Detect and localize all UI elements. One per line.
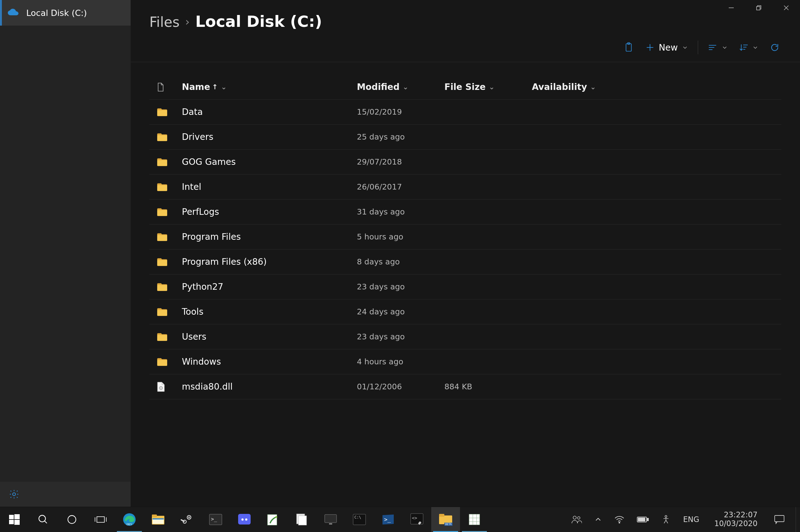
taskbar-app-edge[interactable]: DEV [115,507,144,532]
chevron-down-icon [722,45,727,50]
svg-rect-5 [626,44,631,51]
list-item-name: Python27 [182,282,357,292]
taskbar-app-explorer-files[interactable] [288,507,316,532]
refresh-button[interactable] [768,40,781,55]
close-button[interactable] [772,0,800,16]
wifi-icon[interactable] [611,507,628,532]
maximize-button[interactable] [745,0,772,16]
svg-point-53 [245,518,248,521]
column-header-modified[interactable]: Modified ⌄ [357,82,444,92]
svg-rect-26 [157,360,167,366]
svg-point-28 [160,387,161,388]
taskbar-app-notepad-plus[interactable] [259,507,288,532]
folder-icon [157,358,182,366]
table-row[interactable]: Data15/02/2019 [149,100,781,125]
table-row[interactable]: Intel26/06/2017 [149,174,781,200]
table-row[interactable]: Windows4 hours ago [149,349,781,374]
chevron-down-icon: ⌄ [489,83,494,91]
table-row[interactable]: Program Files (x86)8 days ago [149,249,781,274]
list-item-modified: 29/07/2018 [357,157,444,166]
view-button[interactable] [706,40,729,55]
sidebar-item-local-disk-c[interactable]: Local Disk (C:) [0,0,131,25]
paste-button[interactable] [622,40,636,55]
table-row[interactable]: GOG Games29/07/2018 [149,150,781,174]
column-header-name[interactable]: Name ↑ ⌄ [182,82,357,92]
task-view-button[interactable] [86,507,115,532]
header: Files › Local Disk (C:) [131,0,800,31]
sort-button[interactable] [738,40,760,55]
taskbar-app-monitor[interactable] [316,507,345,532]
minimize-button[interactable] [717,0,745,16]
toolbar-separator [698,41,698,54]
file-type-header-icon [157,82,164,92]
svg-rect-17 [157,135,167,141]
list-item-modified: 31 days ago [357,207,444,216]
language-indicator[interactable]: ENG [680,507,703,532]
search-button[interactable] [29,507,57,532]
sidebar-bottom [0,482,131,507]
svg-rect-16 [157,110,167,116]
accessibility-icon[interactable] [658,507,674,532]
action-center-button[interactable] [769,507,789,532]
svg-point-74 [573,516,576,519]
file-icon [157,382,182,392]
table-row[interactable]: Program Files5 hours ago [149,225,781,249]
svg-rect-20 [157,210,167,216]
table-row[interactable]: Tools24 days ago [149,299,781,324]
sort-ascending-icon: ↑ [212,83,218,91]
svg-point-75 [578,517,580,519]
taskbar-app-spreadsheet[interactable] [460,507,489,532]
show-desktop-button[interactable] [796,507,799,532]
taskbar-app-files-beta[interactable]: BETA [431,507,460,532]
table-row[interactable]: Python2723 days ago [149,274,781,299]
people-button[interactable] [568,507,585,532]
taskbar-app-discord[interactable] [230,507,259,532]
titlebar [717,0,800,16]
column-header-type[interactable] [157,82,182,92]
toolbar: New [131,33,800,62]
column-header-availability[interactable]: Availability ⌄ [532,82,781,92]
svg-point-80 [665,515,667,517]
svg-rect-2 [757,6,760,10]
column-header-file-size[interactable]: File Size ⌄ [444,82,532,92]
start-button[interactable] [0,507,29,532]
folder-icon [157,108,182,116]
chevron-down-icon [682,45,688,50]
svg-rect-25 [157,335,167,341]
table-row[interactable]: Users23 days ago [149,324,781,349]
svg-rect-79 [638,518,645,521]
list-item-name: Windows [182,357,357,367]
cortana-button[interactable] [57,507,86,532]
table-row[interactable]: Drivers25 days ago [149,125,781,150]
taskbar-app-dev-tools[interactable]: <> [402,507,431,532]
table-row[interactable]: PerfLogs31 days ago [149,200,781,225]
svg-point-47 [188,517,190,518]
battery-icon[interactable] [634,507,652,532]
windows-logo-icon [7,513,21,526]
taskbar-app-steam[interactable] [172,507,201,532]
list-item-name: Intel [182,182,357,192]
list-item-modified: 15/02/2019 [357,108,444,116]
monitor-icon [324,513,338,526]
tray-expand-button[interactable] [591,507,605,532]
new-button[interactable]: New [644,40,690,55]
column-headers: Name ↑ ⌄ Modified ⌄ File Size ⌄ Availabi… [149,75,781,100]
svg-rect-36 [97,517,104,522]
clock[interactable]: 23:22:07 10/03/2020 [709,507,763,532]
svg-text:C:\: C:\ [354,515,361,519]
table-row[interactable]: msdia80.dll01/12/2006884 KB [149,374,781,399]
taskbar-app-terminal-1[interactable]: >_ [201,507,230,532]
taskbar-app-cmd[interactable]: C:\ [345,507,374,532]
list-item-name: Users [182,331,357,342]
svg-point-0 [13,493,15,495]
chevron-right-icon: › [185,15,190,28]
breadcrumb-current[interactable]: Local Disk (C:) [195,13,322,31]
taskbar-app-file-explorer[interactable] [144,507,172,532]
svg-text:BETA: BETA [445,523,452,526]
cortana-icon [65,513,79,526]
list-item-size: 884 KB [444,382,532,391]
taskbar-app-powershell[interactable]: >_ [374,507,402,532]
settings-icon[interactable] [9,489,19,499]
svg-rect-58 [325,514,337,522]
breadcrumb-root[interactable]: Files [149,14,180,30]
